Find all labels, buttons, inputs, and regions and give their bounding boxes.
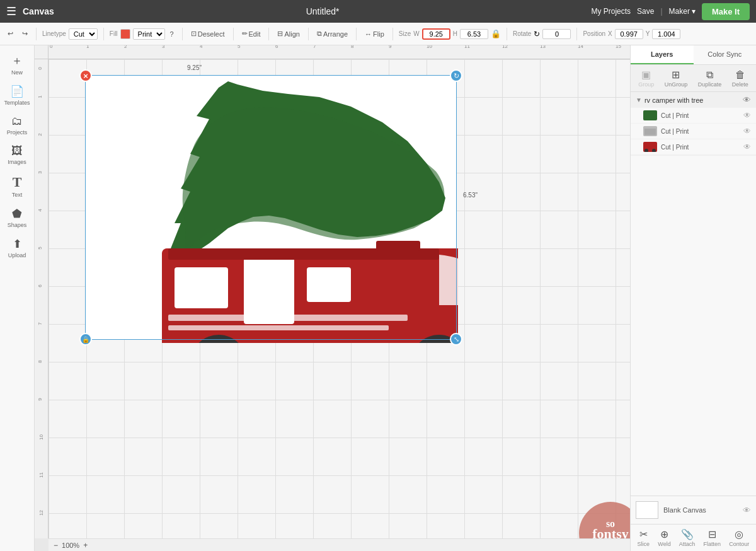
ungroup-label: UnGroup	[665, 81, 688, 88]
delete-button[interactable]: 🗑 Delete	[732, 69, 748, 88]
fill-color-swatch[interactable]	[120, 29, 130, 39]
canvas-content[interactable]: × ↻ 🔒 ⤡ 9.25" 6.53" so fo	[49, 59, 630, 538]
ruler-tick-v: 2	[37, 133, 43, 136]
blank-canvas-eye[interactable]: 👁	[743, 506, 751, 515]
ruler-tick-v: 6	[37, 284, 43, 287]
zoom-bar: − 100% +	[49, 538, 630, 551]
rotate-handle[interactable]: ↻	[450, 69, 462, 82]
sidebar-label-templates: Templates	[4, 100, 30, 106]
weld-icon: ⊕	[660, 528, 668, 540]
top-right-actions: My Projects Save | Maker ▾ Make It	[591, 3, 750, 20]
svg-marker-21	[644, 111, 656, 120]
scale-handle[interactable]: ⤡	[450, 333, 462, 345]
ruler-tick: 14	[578, 45, 583, 49]
weld-tool[interactable]: ⊕ Weld	[658, 528, 670, 547]
slice-label: Slice	[638, 541, 650, 547]
ruler-tick: 4	[200, 45, 202, 49]
slice-tool[interactable]: ✂ Slice	[638, 528, 650, 547]
text-icon: T	[13, 174, 22, 190]
tab-layers[interactable]: Layers	[631, 45, 694, 64]
svg-rect-14	[376, 241, 420, 251]
size-h-input[interactable]	[460, 29, 488, 39]
layer-group-eye[interactable]: 👁	[743, 95, 751, 105]
save-button[interactable]: Save	[637, 7, 654, 16]
divider8	[392, 28, 393, 40]
rv-body	[162, 241, 458, 343]
sidebar-item-projects[interactable]: 🗂 Projects	[3, 112, 32, 138]
deselect-icon: ⊡	[191, 30, 197, 38]
toolbar: ↩ ↪ Linetype Cut Fill Print ? ⊡ Deselect…	[0, 23, 756, 45]
rotate-input[interactable]	[542, 29, 571, 39]
sidebar-item-images[interactable]: 🖼 Images	[4, 142, 30, 168]
sidebar-item-shapes[interactable]: ⬟ Shapes	[4, 204, 31, 231]
maker-button[interactable]: Maker ▾	[669, 7, 696, 16]
ruler-tick-v: 4	[37, 209, 43, 211]
ruler-h-inner: 0 1 2 3 4 5 6 7 8 9 10 11 12 13 14 15 16	[49, 45, 630, 57]
layer-eye-3[interactable]: 👁	[743, 142, 751, 151]
blank-canvas-thumb	[636, 501, 658, 519]
align-button[interactable]: ⊟ Align	[275, 28, 302, 39]
attach-tool[interactable]: 📎 Attach	[679, 528, 696, 547]
ruler-tick-v: 8	[37, 360, 43, 362]
deselect-button[interactable]: ⊡ Deselect	[188, 28, 227, 39]
position-label: Position	[583, 30, 605, 37]
slice-icon: ✂	[639, 528, 648, 540]
layer-eye-1[interactable]: 👁	[743, 111, 751, 120]
rv-illustration[interactable]	[86, 72, 458, 343]
rotate-group: Rotate ↻	[513, 29, 571, 39]
duplicate-icon: ⧉	[706, 69, 713, 81]
undo-button[interactable]: ↩	[5, 28, 16, 39]
layer-group-arrow: ▼	[636, 96, 642, 103]
size-w-input[interactable]	[422, 28, 450, 40]
lock-icon[interactable]: 🔒	[491, 29, 501, 38]
sidebar-item-text[interactable]: T Text	[8, 171, 26, 200]
rv-svg	[86, 72, 458, 343]
fill-select[interactable]: Print	[133, 28, 165, 40]
zoom-out-button[interactable]: −	[54, 541, 58, 550]
position-y-input[interactable]	[652, 29, 680, 39]
tab-color-sync[interactable]: Color Sync	[694, 45, 757, 64]
ruler-tick: 3	[162, 45, 164, 49]
new-icon: ＋	[11, 53, 23, 68]
watermark: so fontsy FONTS · DESIGNS · SVG	[578, 501, 630, 538]
ruler-tick: 2	[124, 45, 127, 49]
linetype-select[interactable]: Cut	[69, 28, 98, 40]
contour-tool[interactable]: ◎ Contour	[729, 528, 749, 547]
divider	[36, 28, 37, 40]
layer-eye-2[interactable]: 👁	[743, 127, 751, 136]
sidebar-item-new[interactable]: ＋ New	[8, 50, 26, 78]
ruler-horizontal: 0 1 2 3 4 5 6 7 8 9 10 11 12 13 14 15 16	[49, 45, 630, 59]
zoom-in-button[interactable]: +	[83, 541, 88, 550]
edit-button[interactable]: ✏ Edit	[239, 28, 263, 39]
arrange-button[interactable]: ⧉ Arrange	[314, 28, 350, 39]
arrange-icon: ⧉	[317, 30, 322, 38]
sidebar-item-upload[interactable]: ⬆ Upload	[4, 235, 30, 261]
make-it-button[interactable]: Make It	[702, 3, 750, 20]
fill-label: Fill	[110, 30, 118, 37]
ungroup-button[interactable]: ⊞ UnGroup	[665, 69, 688, 88]
flatten-tool[interactable]: ⊟ Flatten	[704, 528, 721, 547]
sidebar-item-templates[interactable]: 📄 Templates	[0, 82, 33, 108]
canvas-area[interactable]: 0 1 2 3 4 5 6 7 8 9 10 11 12 13 14 15 16	[35, 45, 630, 551]
redo-button[interactable]: ↪	[20, 28, 30, 39]
group-button[interactable]: ▣ Group	[638, 69, 654, 88]
duplicate-button[interactable]: ⧉ Duplicate	[698, 69, 722, 88]
ruler-tick: 13	[540, 45, 546, 49]
attach-icon: 📎	[681, 528, 694, 540]
fill-help-button[interactable]: ?	[168, 29, 176, 39]
my-projects-button[interactable]: My Projects	[591, 7, 631, 16]
ruler-tick-v: 7	[37, 322, 43, 325]
flip-button[interactable]: ↔ Flip	[362, 29, 387, 39]
layer-group-header[interactable]: ▼ rv camper with tree 👁	[631, 92, 756, 108]
lock-handle[interactable]: 🔒	[79, 333, 92, 345]
delete-handle[interactable]: ×	[79, 69, 92, 82]
sidebar-label-images: Images	[8, 159, 26, 165]
divider2	[103, 28, 104, 40]
panel-toolbar: ▣ Group ⊞ UnGroup ⧉ Duplicate 🗑 Delete	[631, 65, 756, 92]
templates-icon: 📄	[10, 84, 24, 98]
sidebar-label-projects: Projects	[7, 129, 28, 136]
document-title: Untitled*	[60, 6, 585, 16]
svg-text:fontsy: fontsy	[592, 526, 628, 538]
hamburger-icon[interactable]: ☰	[6, 4, 16, 18]
position-x-input[interactable]	[615, 29, 643, 39]
